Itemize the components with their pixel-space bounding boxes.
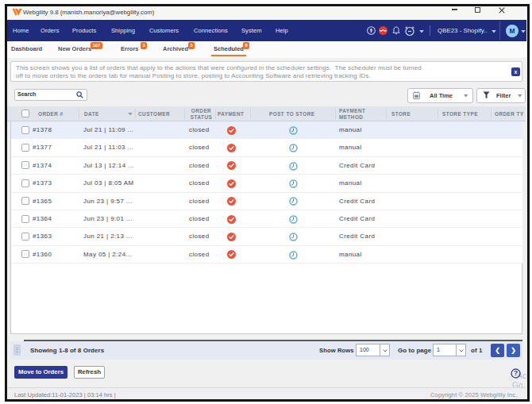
svg-text:?: ? bbox=[514, 369, 518, 377]
